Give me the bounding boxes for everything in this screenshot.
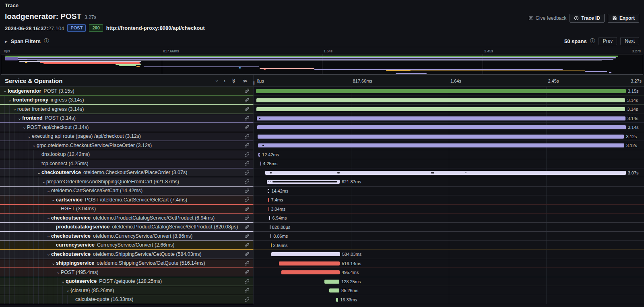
span-row[interactable]: dns.lookup (12.42ms)12.42ms [0,150,644,160]
next-button[interactable]: Next [620,37,639,45]
span-row[interactable]: HGET (3.04ms)3.04ms [0,205,644,214]
span-row[interactable]: ⌄POST /api/checkout (3.14s)3.14s [0,123,644,132]
span-link-icon[interactable] [244,261,253,266]
span-duration-bar[interactable] [324,280,339,284]
chevron-down-icon[interactable]: ⌄ [2,88,8,93]
span-link-icon[interactable] [244,170,253,175]
span-duration-bar[interactable] [257,116,625,120]
span-link-icon[interactable] [244,179,253,184]
span-link-icon[interactable] [244,297,253,302]
span-link-icon[interactable] [244,143,253,148]
chevron-right-icon[interactable]: ▸ [5,38,8,44]
chevron-down-icon[interactable]: ⌄ [36,170,41,175]
span-row[interactable]: ⌄quoteservicePOST /getquote (128.25ms)12… [0,277,644,286]
export-button[interactable]: Export [608,14,639,23]
span-row[interactable]: ⌄grpc.oteldemo.CheckoutService/PlaceOrde… [0,141,644,150]
chevron-down-icon[interactable]: ⌄ [46,215,51,220]
save-icon [612,16,617,21]
comment-icon [528,16,534,21]
span-link-icon[interactable] [244,106,253,112]
span-row[interactable]: ⌄loadgeneratorPOST (3.15s)3.15s [0,87,644,96]
expand-all-icon[interactable]: ≫ [242,79,248,83]
chevron-down-icon[interactable]: ⌄ [27,134,32,139]
span-row[interactable]: calculate-quote (16.33ms)16.33ms [0,295,644,305]
span-link-icon[interactable] [244,188,253,193]
span-row[interactable]: currencyserviceCurrencyService/Convert (… [0,241,644,250]
span-link-icon[interactable] [244,152,253,157]
chevron-down-icon[interactable]: ⌄ [7,97,12,103]
chevron-down-icon[interactable]: ⌄ [17,116,22,121]
span-row[interactable]: ⌄checkoutserviceoteldemo.CheckoutService… [0,168,644,178]
timeline-minimap[interactable] [1,54,643,75]
span-link-icon[interactable] [244,116,253,121]
chevron-down-icon[interactable]: ⌄ [46,233,51,239]
span-link-icon[interactable] [244,215,253,220]
indent-guides [0,232,46,241]
span-link-icon[interactable] [244,97,253,103]
expand-one-icon[interactable]: › [224,79,225,83]
collapse-one-icon[interactable]: › [215,80,219,82]
span-duration-bar[interactable] [256,89,626,93]
info-icon[interactable]: ⓘ [590,37,595,45]
span-duration-bar[interactable] [265,171,626,175]
span-link-icon[interactable] [244,270,253,275]
span-row[interactable]: ⌄frontend-proxyingress (3.14s)3.14s [0,96,644,105]
chevron-down-icon[interactable]: ⌄ [31,143,37,148]
chevron-down-icon[interactable]: ⌄ [56,270,61,275]
chevron-down-icon[interactable]: ⌄ [12,106,17,112]
span-filters-label[interactable]: Span Filters [11,38,41,44]
span-link-icon[interactable] [244,243,253,248]
span-duration-bar[interactable] [256,107,625,111]
span-row[interactable]: productcatalogserviceoteldemo.ProductCat… [0,223,644,232]
span-duration-bar[interactable] [271,252,340,256]
prev-button[interactable]: Prev [599,37,617,45]
span-row[interactable]: ⌄checkoutserviceoteldemo.ShippingService… [0,250,644,259]
span-link-icon[interactable] [244,206,253,212]
span-duration-bar[interactable] [267,180,340,184]
span-row[interactable]: ⌄prepareOrderItemsAndShippingQuoteFromCa… [0,177,644,187]
collapse-all-icon[interactable]: ≫ [231,78,236,83]
chevron-down-icon[interactable]: ⌄ [41,179,46,184]
span-row[interactable]: ⌄checkoutserviceoteldemo.ProductCatalogS… [0,214,644,223]
span-link-icon[interactable] [244,251,253,257]
span-row[interactable]: ⌄executing api route (pages) /api/checko… [0,132,644,141]
chevron-down-icon[interactable]: ⌄ [51,197,56,202]
column-resize-handle[interactable]: ‖ [253,81,255,85]
give-feedback-link[interactable]: Give feedback [528,15,567,21]
span-duration-bar[interactable] [258,135,624,139]
chevron-down-icon[interactable]: ⌄ [65,288,70,293]
span-duration-bar[interactable] [279,261,340,266]
span-row[interactable]: ⌄{closure} (85.26ms)85.26ms [0,286,644,295]
span-duration-bar[interactable] [257,125,626,129]
span-link-icon[interactable] [244,224,253,230]
span-link-icon[interactable] [244,88,253,93]
info-icon[interactable]: ⓘ [44,37,49,45]
span-link-icon[interactable] [244,233,253,239]
chevron-down-icon[interactable]: ⌄ [60,279,66,284]
span-row[interactable]: ⌄frontendPOST (3.14s)3.14s [0,114,644,123]
chevron-down-icon[interactable]: ⌄ [46,188,51,193]
span-row[interactable]: ⌄oteldemo.CartService/GetCart (14.42ms)1… [0,187,644,196]
span-link-icon[interactable] [244,197,253,202]
span-duration-bar[interactable] [281,270,340,274]
span-link-icon[interactable] [244,288,253,293]
span-link-icon[interactable] [244,279,253,284]
span-row[interactable]: ⌄router frontend egress (3.14s)3.14s [0,105,644,114]
span-duration-bar[interactable] [329,288,339,292]
span-duration-bar[interactable] [258,143,624,147]
span-link-icon[interactable] [244,134,253,139]
span-duration-bar[interactable] [256,98,625,102]
bar-marker [268,190,269,192]
chevron-down-icon[interactable]: ⌄ [46,251,51,257]
span-row[interactable]: ⌄cartservicePOST /oteldemo.CartService/G… [0,195,644,205]
tick-label: 1.64s [450,79,461,83]
chevron-down-icon[interactable]: ⌄ [22,124,27,130]
span-link-icon[interactable] [244,161,253,166]
span-row[interactable]: tcp.connect (4.25ms)4.25ms [0,159,644,168]
span-link-icon[interactable] [244,124,253,130]
chevron-down-icon[interactable]: ⌄ [51,261,56,266]
span-row[interactable]: ⌄shippingserviceoteldemo.ShippingService… [0,259,644,268]
trace-id-button[interactable]: Trace ID [570,14,605,23]
span-row[interactable]: ⌄POST (495.4ms)495.4ms [0,268,644,277]
span-row[interactable]: ⌄checkoutserviceoteldemo.CurrencyService… [0,232,644,241]
